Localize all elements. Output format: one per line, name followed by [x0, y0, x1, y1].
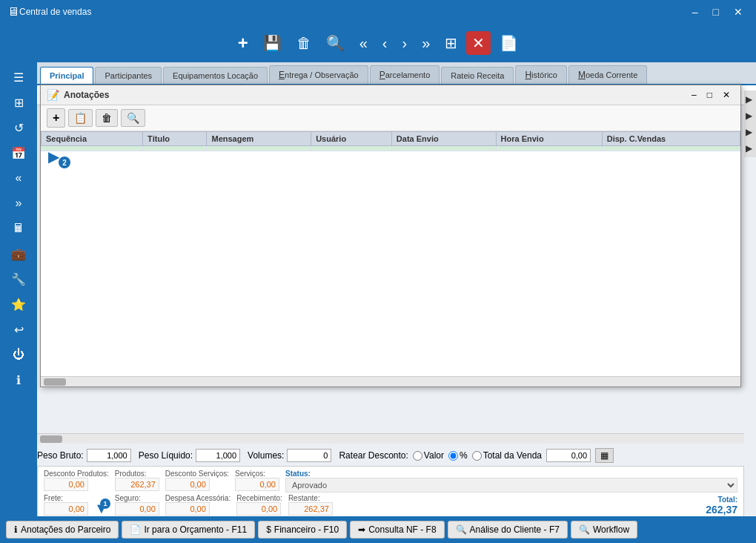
tab-rateio[interactable]: Rateio Receita — [441, 67, 514, 84]
radio-percent[interactable] — [448, 451, 458, 461]
print-button[interactable]: 📄 — [494, 31, 524, 55]
app-title: Central de vendas — [19, 7, 91, 17]
modal-titlebar: 📝 Anotações – □ ✕ — [41, 85, 740, 105]
produtos-input[interactable] — [115, 478, 159, 491]
maximize-button[interactable]: □ — [707, 4, 725, 19]
modal-scroll-thumb — [44, 378, 66, 386]
save-button[interactable]: 💾 — [257, 31, 288, 55]
analise-cliente-button[interactable]: 🔍 Análise do Cliente - F7 — [448, 521, 568, 539]
seguro-input[interactable] — [115, 502, 159, 516]
radio-percent-label: % — [448, 450, 468, 461]
last-button[interactable]: » — [416, 32, 436, 55]
discount-button[interactable]: ▦ — [595, 448, 614, 463]
scroll-right-1[interactable]: ▶ — [744, 92, 756, 107]
workflow-button[interactable]: 🔍 Workflow — [571, 521, 637, 539]
peso-liquido-input[interactable] — [196, 449, 240, 462]
arrow-nav-icon: ➡ — [358, 524, 365, 535]
cursor-arrow-indicator: ▶ 2 — [48, 148, 59, 165]
main-scroll-thumb — [40, 435, 62, 443]
modal-controls: – □ ✕ — [687, 88, 735, 102]
col-sequencia: Sequência — [42, 132, 143, 146]
sidebar-grid-icon[interactable]: ⊞ — [4, 90, 33, 114]
cell-usuario — [311, 146, 392, 151]
modal-edit-button[interactable]: 📋 — [68, 109, 93, 127]
workflow-nav-icon: 🔍 — [579, 524, 590, 535]
volumes-input[interactable] — [287, 449, 331, 462]
left-sidebar: ☰ ⊞ ↺ 📅 « » 🖩 💼 🔧 ⭐ ↩ ⏻ ℹ — [0, 62, 37, 543]
servicos-input[interactable] — [235, 478, 279, 491]
add-button[interactable]: + — [232, 30, 254, 56]
next-button[interactable]: › — [397, 32, 414, 55]
modal-delete-button[interactable]: 🗑 — [96, 109, 118, 127]
minimize-button[interactable]: – — [686, 4, 704, 19]
recebimento-input[interactable] — [236, 502, 281, 516]
sidebar-back-icon[interactable]: « — [4, 166, 33, 190]
sidebar-calendar-icon[interactable]: 📅 — [4, 141, 33, 165]
grid-button[interactable]: ⊞ — [439, 31, 463, 55]
cell-titulo — [143, 146, 207, 151]
tab-entrega[interactable]: Entrega / Observação — [269, 65, 368, 84]
sidebar-briefcase-icon[interactable]: 💼 — [4, 242, 33, 266]
sidebar-power-icon[interactable]: ⏻ — [4, 343, 33, 366]
prev-button[interactable]: ‹ — [377, 32, 394, 55]
peso-liquido-field: Peso Líquido: — [139, 449, 240, 462]
dollar-nav-icon: $ — [266, 524, 271, 535]
consulta-nf-button[interactable]: ➡ Consulta NF - F8 — [350, 521, 444, 539]
financeiro-button[interactable]: $ Financeiro - F10 — [258, 521, 347, 539]
radio-valor[interactable] — [413, 451, 422, 461]
scroll-right-2[interactable]: ▶ — [744, 108, 756, 123]
sidebar-tools-icon[interactable]: 🔧 — [4, 267, 33, 291]
radio-total[interactable] — [472, 451, 482, 461]
despesa-input[interactable] — [165, 502, 210, 516]
modal-minimize-button[interactable]: – — [687, 88, 701, 102]
scroll-right-3[interactable]: ▶ — [744, 125, 756, 139]
frete-input[interactable] — [44, 502, 88, 516]
content-area: Principal Participantes Equipamentos Loc… — [37, 62, 756, 543]
col-data-envio: Data Envio — [391, 132, 496, 146]
discount-input[interactable] — [546, 449, 591, 462]
desconto-servicos-input[interactable] — [165, 478, 210, 491]
tab-parcelamento[interactable]: Parcelamento — [370, 65, 440, 84]
col-hora-envio: Hora Envio — [496, 132, 602, 146]
despesa-label: Despesa Acessória: — [165, 494, 231, 502]
sidebar-forward-icon[interactable]: » — [4, 191, 33, 215]
desconto-servicos-label: Desconto Serviços: — [165, 470, 229, 478]
tab-historico[interactable]: Histórico — [515, 65, 567, 84]
restante-input[interactable] — [288, 502, 333, 516]
main-hscrollbar[interactable] — [37, 433, 744, 444]
modal-maximize-button[interactable]: □ — [703, 88, 717, 102]
anotacoes-parceiro-button[interactable]: ℹ Anotações do Parceiro — [6, 521, 119, 539]
sidebar-refresh-icon[interactable]: ↺ — [4, 116, 33, 139]
tab-principal[interactable]: Principal — [40, 67, 93, 84]
modal-hscrollbar[interactable] — [41, 376, 740, 386]
sidebar-star-icon[interactable]: ⭐ — [4, 292, 33, 316]
peso-bruto-input[interactable] — [87, 449, 131, 462]
modal-anotacoes: 📝 Anotações – □ ✕ + 📋 🗑 🔍 — [40, 85, 741, 387]
modal-close-button[interactable]: ✕ — [718, 88, 735, 102]
tab-moeda[interactable]: Moeda Corrente — [568, 65, 647, 84]
desconto-produtos-input[interactable] — [44, 478, 88, 491]
search-button[interactable]: 🔍 — [320, 31, 351, 55]
sidebar-menu-icon[interactable]: ☰ — [4, 65, 33, 89]
first-button[interactable]: « — [354, 32, 374, 55]
table-row[interactable] — [42, 146, 740, 151]
sidebar-undo-icon[interactable]: ↩ — [4, 317, 33, 341]
tab-participantes[interactable]: Participantes — [95, 67, 162, 84]
window-controls: – □ ✕ — [686, 4, 749, 19]
ir-orcamento-button[interactable]: 📄 Ir para o Orçamento - F11 — [122, 521, 255, 539]
tab-equipamentos[interactable]: Equipamentos Locação — [163, 67, 268, 84]
close-button[interactable]: ✕ — [728, 4, 749, 19]
total-value: 262,37 — [339, 504, 737, 516]
status-label: Status: — [285, 470, 737, 478]
tabs-bar: Principal Participantes Equipamentos Loc… — [37, 62, 756, 85]
delete-button[interactable]: 🗑 — [291, 32, 317, 55]
annotations-table: Sequência Título Mensagem Usuário Data E… — [41, 131, 740, 151]
cancel-button[interactable]: ✕ — [466, 31, 491, 55]
modal-add-button[interactable]: + — [47, 108, 65, 128]
doc-nav-icon: 📄 — [130, 524, 141, 535]
modal-search-button[interactable]: 🔍 — [121, 109, 145, 127]
status-select[interactable]: Aprovado — [285, 478, 737, 493]
sidebar-calc-icon[interactable]: 🖩 — [4, 217, 33, 240]
scroll-right-4[interactable]: ▶ — [744, 141, 756, 156]
sidebar-info-icon[interactable]: ℹ — [4, 368, 33, 392]
